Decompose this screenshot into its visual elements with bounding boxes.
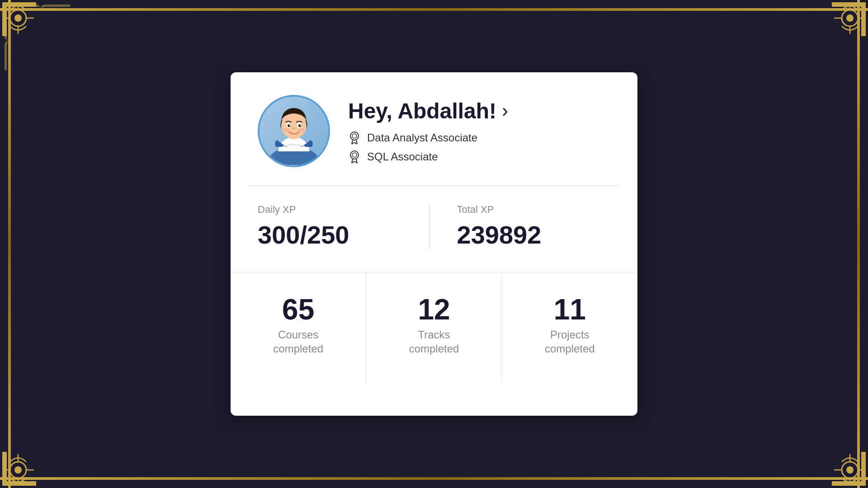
- daily-xp-label: Daily XP: [258, 204, 411, 216]
- svg-point-43: [352, 153, 357, 157]
- svg-point-30: [288, 124, 290, 127]
- projects-number: 11: [554, 295, 586, 324]
- tracks-stat: 12 Trackscompleted: [366, 272, 502, 383]
- chevron-right-icon: ›: [502, 100, 508, 122]
- tracks-number: 12: [418, 295, 450, 324]
- courses-label: Coursescompleted: [273, 328, 323, 356]
- total-xp-block: Total XP 239892: [430, 204, 611, 249]
- svg-point-32: [289, 125, 290, 126]
- svg-point-42: [350, 151, 359, 159]
- daily-xp-value: 300/250: [258, 220, 411, 249]
- daily-xp-block: Daily XP 300/250: [258, 204, 430, 249]
- svg-point-35: [298, 128, 305, 132]
- svg-point-37: [352, 134, 357, 138]
- greeting-link[interactable]: Hey, Abdallah! ›: [348, 99, 508, 123]
- avatar: [258, 95, 330, 167]
- profile-info: Hey, Abdallah! › Dat: [348, 99, 508, 164]
- projects-stat: 11 Projectscompleted: [502, 272, 637, 383]
- badge-label-sql: SQL Associate: [367, 150, 438, 163]
- border-right: [857, 0, 860, 488]
- svg-point-36: [350, 132, 359, 140]
- certificate-icon-2: [348, 150, 361, 164]
- xp-section: Daily XP 300/250 Total XP 239892: [231, 186, 637, 267]
- greeting-text: Hey, Abdallah!: [348, 99, 496, 123]
- tracks-label: Trackscompleted: [409, 328, 459, 356]
- border-bottom: [0, 477, 868, 480]
- svg-point-33: [300, 125, 301, 126]
- courses-stat: 65 Coursescompleted: [231, 272, 366, 383]
- profile-section: Hey, Abdallah! › Dat: [231, 72, 637, 185]
- border-left: [8, 0, 11, 488]
- stats-section: 65 Coursescompleted 12 Trackscompleted 1…: [231, 272, 637, 383]
- projects-label: Projectscompleted: [545, 328, 595, 356]
- badge-item-sql: SQL Associate: [348, 150, 508, 164]
- courses-number: 65: [282, 295, 314, 324]
- total-xp-label: Total XP: [457, 204, 611, 216]
- certificate-icon: [348, 131, 361, 145]
- badges-list: Data Analyst Associate SQL Associa: [348, 131, 508, 164]
- badge-label-data-analyst: Data Analyst Associate: [367, 131, 477, 144]
- badge-item-data-analyst: Data Analyst Associate: [348, 131, 508, 145]
- svg-point-31: [298, 124, 301, 127]
- profile-card: Hey, Abdallah! › Dat: [231, 72, 637, 416]
- total-xp-value: 239892: [457, 220, 611, 249]
- border-top: [0, 8, 868, 11]
- svg-point-34: [283, 128, 289, 132]
